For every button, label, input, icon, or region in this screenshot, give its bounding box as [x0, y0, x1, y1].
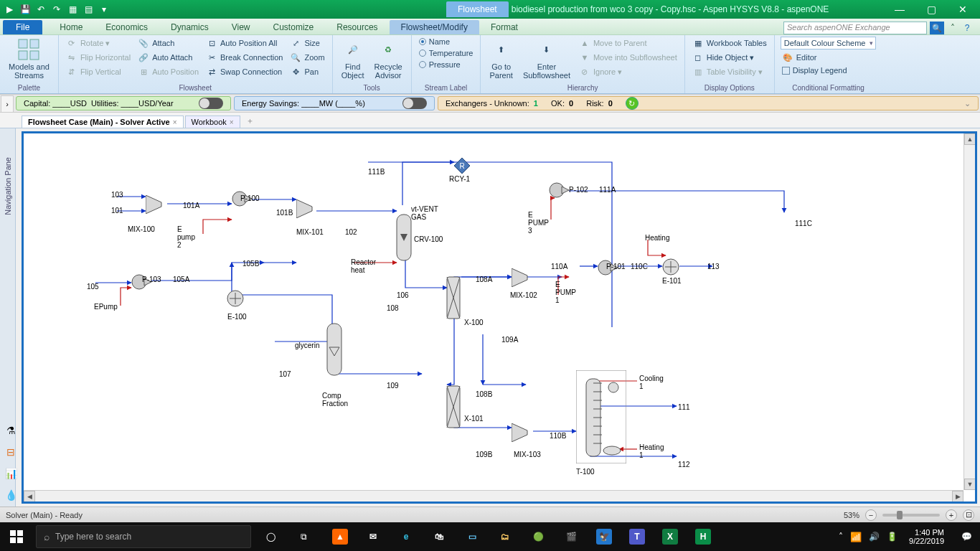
- tab-dynamics[interactable]: Dynamics: [159, 20, 220, 34]
- unit-comp-splitter[interactable]: [325, 321, 344, 377]
- attach-button[interactable]: 📎Attach: [136, 37, 200, 50]
- summary-expand-button[interactable]: ›: [1, 95, 14, 113]
- table-visibility-button[interactable]: ▥Table Visibility ▾: [691, 65, 768, 78]
- maximize-button[interactable]: ▢: [917, 1, 946, 18]
- unit-p-102[interactable]: [549, 182, 569, 198]
- flip-v-button[interactable]: ⇵Flip Vertical: [65, 65, 132, 78]
- auto-position-all-button[interactable]: ⊡Auto Position All: [204, 37, 284, 50]
- tray-up-icon[interactable]: ˄: [839, 532, 843, 542]
- taskbar-clock[interactable]: 1:40 PM 9/22/2019: [905, 528, 948, 545]
- tab-economics[interactable]: Economics: [94, 20, 159, 34]
- tab-resources[interactable]: Resources: [325, 20, 389, 34]
- unit-mix-102[interactable]: [512, 268, 533, 287]
- tab-view[interactable]: View: [220, 20, 262, 34]
- app-mail-icon[interactable]: ✉: [357, 522, 389, 551]
- flow-icon[interactable]: ⊟: [3, 445, 19, 459]
- tray-battery-icon[interactable]: 🔋: [887, 532, 897, 542]
- tab-format[interactable]: Format: [479, 20, 529, 34]
- minimize-button[interactable]: —: [885, 1, 914, 18]
- unit-x-101[interactable]: [446, 385, 461, 429]
- rotate-button[interactable]: ⟳Rotate ▾: [65, 37, 132, 50]
- zoom-in-button[interactable]: +: [946, 509, 957, 521]
- flip-h-button[interactable]: ⇋Flip Horizontal: [65, 51, 132, 64]
- app-edge-icon[interactable]: e: [390, 522, 422, 551]
- enter-sub-button[interactable]: ⬇ Enter Subflowsheet: [520, 37, 573, 81]
- qat-undo-icon[interactable]: ↶: [34, 3, 47, 16]
- app-explorer-icon[interactable]: 🗂: [489, 522, 521, 551]
- zoom-slider[interactable]: [882, 514, 940, 517]
- models-streams-button[interactable]: Models and Streams: [6, 37, 52, 81]
- unit-t-100[interactable]: [576, 370, 626, 463]
- close-button[interactable]: ✕: [948, 1, 977, 18]
- size-button[interactable]: ⤢Size: [288, 37, 326, 50]
- zoom-fit-button[interactable]: ⊡: [963, 509, 974, 521]
- add-tab-button[interactable]: ＋: [242, 114, 258, 128]
- doc-tab-workbook[interactable]: Workbook ×: [185, 116, 240, 128]
- recycle-advisor-button[interactable]: ♻ Recycle Advisor: [372, 37, 405, 81]
- flowsheet-canvas[interactable]: R 103 101 101A MIX-100 P-100 101B MIX-10…: [24, 133, 963, 490]
- goto-parent-button[interactable]: ⬆ Go to Parent: [486, 37, 515, 81]
- economics-toggle[interactable]: [199, 98, 223, 109]
- exch-status-icon[interactable]: ↻: [626, 97, 639, 110]
- unit-x-100[interactable]: [446, 276, 461, 320]
- scroll-left-icon[interactable]: ◀: [24, 491, 35, 502]
- help-icon[interactable]: ?: [961, 22, 973, 34]
- move-into-sub-button[interactable]: ▼Move into Subflowsheet: [578, 51, 679, 64]
- find-object-button[interactable]: 🔎 Find Object: [339, 37, 367, 81]
- cortana-icon[interactable]: ◯: [254, 522, 287, 551]
- hide-object-button[interactable]: ◻Hide Object ▾: [691, 51, 768, 64]
- close-tab-icon[interactable]: ×: [173, 118, 177, 126]
- app-hysys-icon[interactable]: H: [687, 522, 719, 551]
- ignore-button[interactable]: ⊘Ignore ▾: [578, 65, 679, 78]
- radio-name[interactable]: Name: [418, 37, 475, 47]
- exchangers-summary[interactable]: Exchangers - Unknown: 1 OK: 0 Risk: 0 ↻ …: [438, 96, 979, 110]
- tab-flowsheet-modify[interactable]: Flowsheet/Modify: [390, 20, 479, 34]
- economics-summary[interactable]: Capital: ____USD Utilities: ____USD/Year: [16, 96, 231, 110]
- start-button[interactable]: [0, 522, 33, 551]
- qat-more-icon[interactable]: ▾: [98, 3, 110, 16]
- radio-pressure[interactable]: Pressure: [418, 60, 475, 70]
- chart-icon[interactable]: 📊: [3, 466, 19, 481]
- search-go-button[interactable]: 🔍: [930, 22, 944, 34]
- radio-temperature[interactable]: Temperature: [418, 48, 475, 58]
- tab-customize[interactable]: Customize: [262, 20, 326, 34]
- tray-volume-icon[interactable]: 🔊: [869, 532, 880, 542]
- scroll-down-icon[interactable]: ▼: [964, 479, 976, 490]
- ribbon-min-icon[interactable]: ˄: [947, 22, 958, 34]
- flask-icon[interactable]: ⚗: [3, 423, 19, 438]
- doc-tab-flowsheet[interactable]: Flowsheet Case (Main) - Solver Active ×: [22, 116, 184, 128]
- break-connection-button[interactable]: ✂Break Connection: [204, 51, 284, 64]
- file-tab[interactable]: File: [3, 20, 42, 34]
- app-teams-icon[interactable]: T: [621, 522, 653, 551]
- editor-button[interactable]: 🎨Editor: [781, 51, 877, 64]
- auto-position-button[interactable]: ⊞Auto Position: [136, 65, 200, 78]
- app-store-icon[interactable]: 🛍: [423, 522, 455, 551]
- search-input[interactable]: Search aspenONE Exchange: [783, 22, 927, 34]
- unit-mix-103[interactable]: [512, 423, 533, 442]
- action-center-icon[interactable]: 💬: [956, 522, 977, 551]
- horizontal-scrollbar[interactable]: ◀ ▶: [24, 490, 963, 501]
- qat-redo-icon[interactable]: ↷: [50, 3, 63, 16]
- swap-connection-button[interactable]: ⇄Swap Connection: [204, 65, 284, 78]
- qat-save-icon[interactable]: 💾: [19, 3, 32, 16]
- vertical-scrollbar[interactable]: ▲ ▼: [963, 133, 975, 490]
- unit-e-100[interactable]: [227, 290, 244, 307]
- app-chrome-icon[interactable]: 🟢: [522, 522, 554, 551]
- energy-toggle[interactable]: [402, 98, 427, 109]
- unit-rcy-1[interactable]: R: [454, 158, 470, 174]
- unit-e-101[interactable]: [662, 258, 679, 276]
- app-movies-icon[interactable]: 🎬: [555, 522, 587, 551]
- app-vlc-icon[interactable]: ▲: [324, 522, 356, 551]
- zoom-out-button[interactable]: −: [865, 509, 877, 521]
- scroll-right-icon[interactable]: ▶: [952, 491, 963, 502]
- scroll-up-icon[interactable]: ▲: [964, 133, 976, 145]
- app-icon[interactable]: ▶: [3, 3, 16, 16]
- summary-collapse-icon[interactable]: ⌄: [964, 99, 971, 108]
- zoom-button[interactable]: 🔍Zoom: [288, 51, 326, 64]
- colour-scheme-combo[interactable]: Default Colour Scheme: [781, 37, 877, 50]
- move-to-parent-button[interactable]: ▲Move to Parent: [578, 37, 679, 50]
- energy-summary[interactable]: Energy Savings: ____MW (____%): [234, 96, 435, 110]
- close-tab-icon[interactable]: ×: [230, 118, 234, 126]
- display-legend-button[interactable]: Display Legend: [781, 65, 877, 75]
- tray-network-icon[interactable]: 📶: [850, 532, 862, 542]
